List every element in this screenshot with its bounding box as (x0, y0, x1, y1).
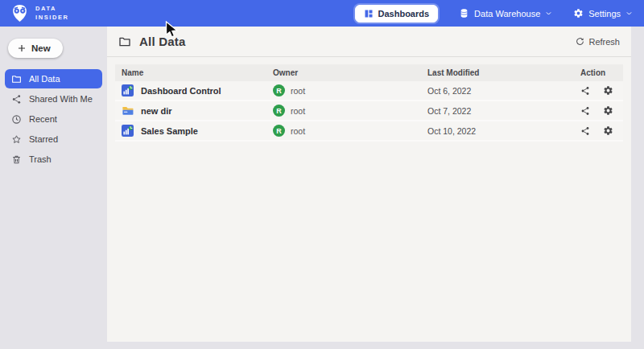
share-nodes-icon[interactable] (580, 106, 590, 116)
top-nav: Dashboards Data Warehouse Settings (355, 5, 633, 23)
owner-avatar: R (273, 125, 285, 137)
nav-dashboards-button[interactable]: Dashboards (355, 5, 439, 23)
last-modified: Oct 7, 2022 (427, 106, 580, 116)
plus-icon (17, 43, 27, 53)
folder-icon (11, 74, 22, 84)
item-name[interactable]: new dir (141, 106, 172, 116)
gear-icon (573, 8, 584, 18)
app-logo: DATA INSIDER (10, 3, 69, 23)
nav-data-warehouse[interactable]: Data Warehouse (459, 8, 552, 18)
column-header-action: Action (580, 68, 623, 77)
owner-name: root (291, 126, 305, 136)
sidebar-item-shared-with-me[interactable]: Shared With Me (5, 89, 102, 109)
clock-icon (11, 114, 22, 125)
table-row[interactable]: new dir R root Oct 7, 2022 (115, 101, 623, 121)
star-icon (11, 134, 22, 145)
content-header: All Data Refresh (107, 27, 631, 57)
data-table: Name Owner Last Modified Action D (115, 64, 623, 142)
folder-icon (118, 35, 131, 48)
sidebar: New All Data Shared With Me Recent (0, 27, 107, 349)
chevron-down-icon (625, 10, 633, 17)
chevron-down-icon (545, 10, 552, 17)
column-header-last-modified: Last Modified (427, 68, 580, 77)
owner-name: root (291, 86, 305, 96)
app-name: DATA INSIDER (35, 5, 69, 21)
table-row[interactable]: Sales Sample R root Oct 10, 2022 (115, 121, 623, 142)
item-name[interactable]: Dashboard Control (141, 86, 221, 96)
share-nodes-icon[interactable] (580, 86, 590, 96)
sidebar-item-all-data[interactable]: All Data (5, 69, 102, 88)
columns-icon (364, 9, 374, 18)
item-name[interactable]: Sales Sample (141, 126, 198, 136)
main-panel: All Data Refresh Name Owner Last Modifie… (107, 27, 631, 342)
page-title: All Data (139, 35, 185, 48)
gear-icon[interactable] (603, 105, 613, 116)
table-row[interactable]: Dashboard Control R root Oct 6, 2022 (115, 81, 623, 101)
column-header-name: Name (122, 68, 273, 77)
gear-icon[interactable] (603, 85, 613, 96)
owner-avatar: R (273, 84, 285, 96)
new-button[interactable]: New (8, 39, 63, 58)
database-icon (459, 8, 469, 18)
owner-avatar: R (273, 105, 285, 117)
sidebar-item-recent[interactable]: Recent (5, 109, 102, 129)
last-modified: Oct 10, 2022 (427, 126, 580, 136)
refresh-icon (576, 37, 584, 46)
trash-icon (11, 154, 22, 165)
dashboard-file-icon (122, 84, 134, 96)
nav-settings[interactable]: Settings (573, 8, 633, 18)
share-nodes-icon[interactable] (580, 126, 590, 136)
owl-logo-icon (10, 3, 30, 23)
refresh-button[interactable]: Refresh (576, 37, 620, 47)
column-header-owner: Owner (273, 68, 427, 77)
dashboard-file-icon (122, 125, 134, 137)
share-nodes-icon (11, 94, 22, 105)
last-modified: Oct 6, 2022 (427, 86, 580, 96)
sidebar-item-starred[interactable]: Starred (5, 129, 102, 149)
gear-icon[interactable] (603, 125, 613, 136)
sidebar-item-trash[interactable]: Trash (5, 150, 102, 169)
owner-name: root (291, 106, 305, 116)
top-bar: DATA INSIDER Dashboards Data Warehouse (0, 0, 644, 27)
folder-file-icon (122, 105, 134, 117)
table-header: Name Owner Last Modified Action (115, 64, 623, 81)
